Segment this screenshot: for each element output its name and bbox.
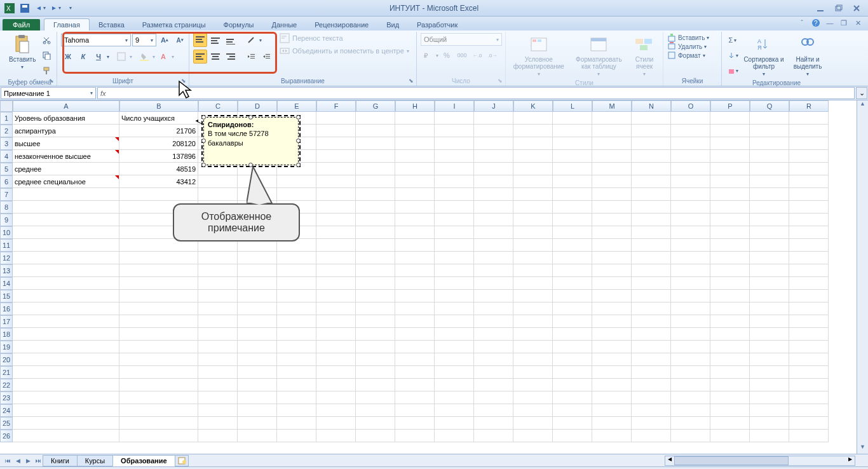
cell-B19[interactable] [119,341,198,353]
cell-K14[interactable] [513,277,553,290]
cell-K19[interactable] [513,341,553,353]
cell-G24[interactable] [356,404,395,417]
cell-L14[interactable] [553,277,592,290]
file-tab[interactable]: Файл [3,19,40,31]
cell-D19[interactable] [238,341,277,353]
cell-H4[interactable] [395,150,435,163]
cell-F21[interactable] [316,366,356,379]
cell-I23[interactable] [435,391,474,404]
cell-R21[interactable] [789,366,829,379]
cell-A11[interactable] [13,239,119,252]
cell-H7[interactable] [395,188,435,201]
cell-A25[interactable] [13,417,119,430]
cell-R24[interactable] [789,404,829,417]
cell-I8[interactable] [435,201,474,214]
cell-L8[interactable] [553,201,592,214]
tab-formulas[interactable]: Формулы [215,19,263,31]
cell-J5[interactable] [474,163,513,175]
cell-L20[interactable] [553,353,592,366]
cell-J18[interactable] [474,328,513,341]
cell-J14[interactable] [474,277,513,290]
cell-Q7[interactable] [750,188,789,201]
cell-K26[interactable] [513,430,553,442]
cell-F1[interactable] [316,112,356,125]
autosum-icon[interactable]: Σ▾ [726,33,740,47]
cell-O12[interactable] [671,252,710,264]
cell-H12[interactable] [395,252,435,264]
row-header-20[interactable]: 20 [0,353,13,366]
cell-F16[interactable] [316,302,356,315]
row-header-5[interactable]: 5 [0,163,13,175]
cell-R16[interactable] [789,302,829,315]
cell-R14[interactable] [789,277,829,290]
row-header-8[interactable]: 8 [0,201,13,214]
cell-O6[interactable] [671,175,710,188]
cell-P9[interactable] [710,214,750,226]
cell-R23[interactable] [789,391,829,404]
cell-M15[interactable] [592,290,632,302]
cell-O18[interactable] [671,328,710,341]
column-header-K[interactable]: K [513,100,553,112]
cell-N17[interactable] [632,315,671,328]
cell-L17[interactable] [553,315,592,328]
row-header-15[interactable]: 15 [0,290,13,302]
cell-L19[interactable] [553,341,592,353]
cell-N15[interactable] [632,290,671,302]
cell-G2[interactable] [356,125,395,137]
vertical-scrollbar[interactable]: ▲ ▼ [857,100,868,454]
cell-H5[interactable] [395,163,435,175]
cell-H19[interactable] [395,341,435,353]
cell-G16[interactable] [356,302,395,315]
cell-A7[interactable] [13,188,119,201]
cell-D25[interactable] [238,417,277,430]
cell-O20[interactable] [671,353,710,366]
cell-E13[interactable] [277,264,316,277]
cell-Q18[interactable] [750,328,789,341]
cell-I10[interactable] [435,226,474,239]
cell-F15[interactable] [316,290,356,302]
cell-L7[interactable] [553,188,592,201]
row-header-4[interactable]: 4 [0,150,13,163]
cell-Q2[interactable] [750,125,789,137]
cell-A13[interactable] [13,264,119,277]
cell-H18[interactable] [395,328,435,341]
cell-F2[interactable] [316,125,356,137]
cell-E6[interactable] [277,175,316,188]
cell-M12[interactable] [592,252,632,264]
cell-H22[interactable] [395,379,435,391]
cell-R2[interactable] [789,125,829,137]
cell-A10[interactable] [13,226,119,239]
cell-K25[interactable] [513,417,553,430]
cell-B12[interactable] [119,252,198,264]
cell-E16[interactable] [277,302,316,315]
cell-M20[interactable] [592,353,632,366]
cell-C13[interactable] [198,264,238,277]
cell-P24[interactable] [710,404,750,417]
cell-B6[interactable]: 43412 [119,175,198,188]
cell-N5[interactable] [632,163,671,175]
cell-A15[interactable] [13,290,119,302]
alignment-dialog-icon[interactable]: ⬊ [407,77,415,85]
cell-F14[interactable] [316,277,356,290]
cell-G17[interactable] [356,315,395,328]
cell-L24[interactable] [553,404,592,417]
cell-Q10[interactable] [750,226,789,239]
cell-A8[interactable] [13,201,119,214]
cell-J19[interactable] [474,341,513,353]
cell-M14[interactable] [592,277,632,290]
column-header-E[interactable]: E [277,100,316,112]
cell-G22[interactable] [356,379,395,391]
cell-L5[interactable] [553,163,592,175]
cell-H2[interactable] [395,125,435,137]
cell-J16[interactable] [474,302,513,315]
cell-A22[interactable] [13,379,119,391]
cell-G6[interactable] [356,175,395,188]
cell-I18[interactable] [435,328,474,341]
cell-A23[interactable] [13,391,119,404]
cell-M13[interactable] [592,264,632,277]
cell-J17[interactable] [474,315,513,328]
cell-G18[interactable] [356,328,395,341]
cell-R20[interactable] [789,353,829,366]
row-header-2[interactable]: 2 [0,125,13,137]
cell-D12[interactable] [238,252,277,264]
